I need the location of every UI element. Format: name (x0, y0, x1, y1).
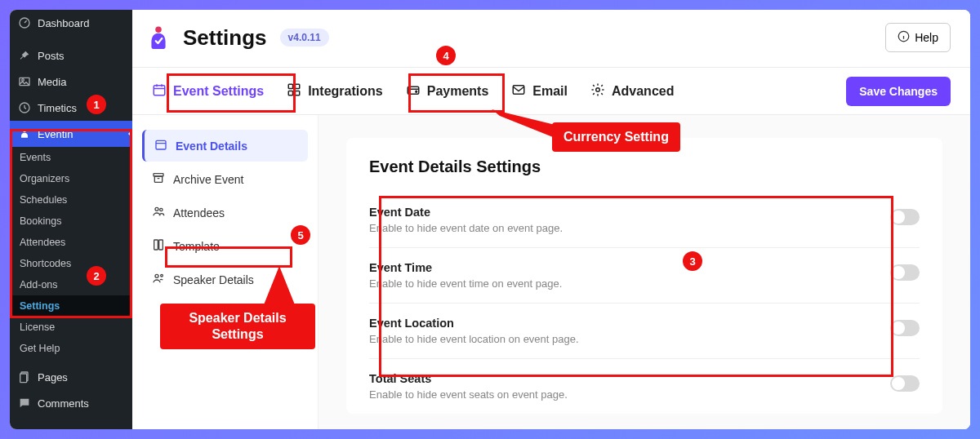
svg-rect-9 (154, 85, 165, 95)
setting-label: Event Location (369, 317, 874, 330)
sidebar-item-eventin[interactable]: Eventin (10, 121, 132, 147)
speaker-icon (152, 272, 165, 287)
sidebar-sub-settings[interactable]: Settings (10, 295, 132, 317)
media-icon (18, 75, 31, 88)
version-badge: v4.0.11 (280, 29, 329, 47)
users-icon (152, 205, 165, 220)
setting-desc: Enable to hide event location on event p… (369, 333, 874, 345)
subnav-attendees[interactable]: Attendees (142, 197, 308, 228)
svg-rect-13 (296, 91, 300, 95)
topbar: Settings v4.0.11 Help (132, 10, 970, 68)
toggle-total-seats[interactable] (890, 375, 920, 392)
sidebar-label: Media (38, 76, 66, 88)
pin-icon (18, 49, 31, 62)
page-title: Settings (183, 25, 267, 51)
info-icon (898, 30, 910, 45)
svg-point-4 (23, 129, 26, 132)
setting-text: Event Time Enable to hide event time on … (369, 261, 874, 290)
svg-rect-11 (296, 84, 300, 88)
app-root: Dashboard Posts Media Timetics Eventin (10, 10, 970, 429)
setting-label: Event Time (369, 261, 874, 274)
sidebar-item-media[interactable]: Media (10, 69, 132, 95)
sidebar-label: Posts (38, 50, 65, 62)
sidebar-label: Pages (38, 371, 68, 384)
sidebar-sub-shortcodes[interactable]: Shortcodes (10, 253, 132, 274)
panel-title: Event Details Settings (369, 157, 920, 176)
help-button[interactable]: Help (885, 23, 951, 52)
sidebar-sub-license[interactable]: License (10, 317, 132, 338)
tab-advanced[interactable]: Advanced (590, 68, 674, 114)
calendar-icon (154, 138, 167, 153)
setting-row-event-location: Event Location Enable to hide event loca… (369, 304, 920, 359)
subnav-event-details[interactable]: Event Details (142, 130, 308, 162)
setting-row-event-date: Event Date Enable to hide event date on … (369, 193, 920, 248)
setting-row-total-seats: Total Seats Enable to hide event seats o… (369, 359, 920, 414)
tab-label: Integrations (308, 84, 383, 99)
eventin-icon (18, 127, 31, 140)
wallet-icon (406, 82, 421, 100)
svg-rect-14 (408, 86, 419, 94)
setting-desc: Enable to hide event time on event page. (369, 277, 874, 290)
sidebar-sub-addons[interactable]: Add-ons (10, 274, 132, 295)
sidebar-sub-gethelp[interactable]: Get Help (10, 338, 132, 359)
svg-rect-16 (514, 85, 525, 94)
svg-rect-23 (154, 240, 158, 250)
tab-event-settings[interactable]: Event Settings (152, 68, 264, 114)
toggle-event-date[interactable] (890, 209, 920, 225)
subnav-speaker-details[interactable]: Speaker Details (142, 264, 308, 295)
calendar-icon (152, 82, 167, 100)
toggle-event-location[interactable] (890, 320, 920, 336)
sidebar-sub-schedules[interactable]: Schedules (10, 189, 132, 211)
subnav-label: Attendees (173, 206, 225, 220)
tab-payments[interactable]: Payments (406, 68, 489, 114)
svg-rect-12 (288, 91, 292, 95)
sidebar-item-pages[interactable]: Pages (10, 364, 132, 390)
svg-rect-10 (288, 84, 292, 88)
mail-icon (511, 82, 526, 100)
svg-point-22 (160, 208, 163, 211)
sidebar-item-comments[interactable]: Comments (10, 390, 132, 416)
sidebar-label: Timetics (38, 102, 77, 114)
subnav-template[interactable]: Template (142, 230, 308, 262)
sidebar-item-timetics[interactable]: Timetics (10, 95, 132, 121)
sidebar-label: Dashboard (38, 17, 90, 29)
setting-text: Event Date Enable to hide event date on … (369, 206, 874, 234)
eventin-logo-icon (147, 26, 170, 49)
tab-label: Payments (427, 84, 489, 99)
svg-point-25 (155, 274, 158, 277)
template-icon (152, 238, 165, 254)
setting-label: Total Seats (369, 372, 874, 385)
dashboard-icon (18, 16, 31, 29)
sidebar-sub-attendees[interactable]: Attendees (10, 232, 132, 253)
tab-integrations[interactable]: Integrations (287, 68, 383, 114)
sidebar-label: Eventin (38, 128, 73, 140)
setting-desc: Enable to hide event date on event page. (369, 222, 874, 234)
subnav-label: Event Details (176, 140, 247, 153)
subnav-label: Archive Event (173, 173, 243, 186)
archive-icon (152, 171, 165, 187)
svg-point-1 (22, 79, 24, 82)
clock-icon (18, 101, 31, 114)
sidebar-item-posts[interactable]: Posts (10, 42, 132, 69)
grid-icon (287, 82, 301, 100)
wp-admin-sidebar: Dashboard Posts Media Timetics Eventin (10, 10, 132, 429)
svg-rect-6 (20, 374, 27, 383)
subnav-archive-event[interactable]: Archive Event (142, 163, 308, 195)
tab-bar: Event Settings Integrations Payments Ema… (132, 68, 970, 115)
setting-desc: Enable to hide event seats on event page… (369, 388, 874, 401)
svg-rect-18 (156, 140, 166, 149)
sidebar-sub-events[interactable]: Events (10, 147, 132, 168)
sidebar-sub-organizers[interactable]: Organizers (10, 168, 132, 189)
toggle-event-time[interactable] (890, 264, 920, 281)
sidebar-sub-bookings[interactable]: Bookings (10, 211, 132, 232)
setting-row-event-time: Event Time Enable to hide event time on … (369, 248, 920, 304)
save-changes-button[interactable]: Save Changes (846, 77, 951, 106)
tab-email[interactable]: Email (511, 68, 568, 114)
svg-point-15 (416, 91, 417, 92)
svg-point-17 (596, 87, 600, 91)
tab-label: Advanced (612, 84, 674, 99)
sidebar-item-dashboard[interactable]: Dashboard (10, 10, 132, 36)
tab-label: Event Settings (173, 84, 264, 99)
comments-icon (18, 397, 31, 410)
sidebar-label: Comments (38, 397, 89, 410)
